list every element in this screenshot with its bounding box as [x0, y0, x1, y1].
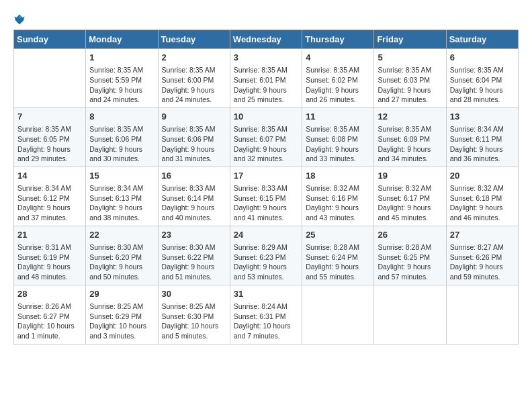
- calendar-cell: 5 Sunrise: 8:35 AM Sunset: 6:03 PM Dayli…: [374, 49, 446, 108]
- day-number: 6: [450, 52, 515, 64]
- daylight-text: Daylight: 9 hours and 57 minutes.: [378, 262, 442, 281]
- sunset-text: Sunset: 6:25 PM: [378, 253, 442, 263]
- day-number: 13: [450, 111, 515, 123]
- cell-content: Sunrise: 8:35 AM Sunset: 6:04 PM Dayligh…: [450, 65, 515, 105]
- day-number: 18: [306, 170, 370, 182]
- sunrise-text: Sunrise: 8:27 AM: [450, 242, 515, 253]
- cell-content: Sunrise: 8:35 AM Sunset: 6:02 PM Dayligh…: [306, 65, 370, 105]
- daylight-text: Daylight: 9 hours and 40 minutes.: [162, 203, 226, 222]
- daylight-text: Daylight: 9 hours and 34 minutes.: [378, 144, 442, 164]
- calendar-cell: 14 Sunrise: 8:34 AM Sunset: 6:12 PM Dayl…: [14, 167, 86, 226]
- sunrise-text: Sunrise: 8:25 AM: [162, 302, 226, 312]
- sunrise-text: Sunrise: 8:32 AM: [306, 183, 370, 193]
- calendar-cell: 18 Sunrise: 8:32 AM Sunset: 6:16 PM Dayl…: [302, 167, 374, 226]
- daylight-text: Daylight: 10 hours and 1 minute.: [17, 321, 82, 340]
- calendar-cell: 13 Sunrise: 8:34 AM Sunset: 6:11 PM Dayl…: [446, 107, 518, 167]
- cell-content: Sunrise: 8:24 AM Sunset: 6:31 PM Dayligh…: [234, 302, 298, 341]
- cell-content: Sunrise: 8:33 AM Sunset: 6:14 PM Dayligh…: [162, 183, 226, 223]
- sunset-text: Sunset: 6:12 PM: [17, 193, 82, 203]
- day-number: 17: [234, 170, 298, 182]
- daylight-text: Daylight: 10 hours and 3 minutes.: [89, 321, 154, 340]
- daylight-text: Daylight: 9 hours and 53 minutes.: [234, 262, 298, 281]
- sunrise-text: Sunrise: 8:29 AM: [234, 242, 298, 253]
- sunset-text: Sunset: 6:16 PM: [306, 193, 370, 203]
- daylight-text: Daylight: 9 hours and 38 minutes.: [89, 203, 154, 222]
- sunset-text: Sunset: 6:07 PM: [234, 134, 298, 144]
- weekday-header-wednesday: Wednesday: [230, 30, 302, 49]
- sunset-text: Sunset: 6:01 PM: [234, 75, 298, 85]
- cell-content: Sunrise: 8:34 AM Sunset: 6:13 PM Dayligh…: [89, 183, 154, 223]
- sunrise-text: Sunrise: 8:35 AM: [306, 65, 370, 75]
- weekday-header-tuesday: Tuesday: [158, 30, 230, 49]
- sunrise-text: Sunrise: 8:30 AM: [162, 242, 226, 253]
- daylight-text: Daylight: 9 hours and 30 minutes.: [89, 144, 154, 164]
- daylight-text: Daylight: 9 hours and 55 minutes.: [306, 262, 370, 281]
- sunrise-text: Sunrise: 8:24 AM: [234, 302, 298, 312]
- sunset-text: Sunset: 6:04 PM: [450, 75, 515, 85]
- cell-content: Sunrise: 8:29 AM Sunset: 6:23 PM Dayligh…: [234, 242, 298, 282]
- calendar-cell: 8 Sunrise: 8:35 AM Sunset: 6:06 PM Dayli…: [86, 107, 158, 167]
- sunrise-text: Sunrise: 8:28 AM: [378, 242, 442, 253]
- daylight-text: Daylight: 9 hours and 41 minutes.: [234, 203, 298, 222]
- calendar-cell: 28 Sunrise: 8:26 AM Sunset: 6:27 PM Dayl…: [14, 285, 86, 344]
- daylight-text: Daylight: 9 hours and 37 minutes.: [17, 203, 82, 222]
- daylight-text: Daylight: 9 hours and 33 minutes.: [306, 144, 370, 164]
- sunset-text: Sunset: 6:24 PM: [306, 253, 370, 263]
- sunrise-text: Sunrise: 8:35 AM: [306, 124, 370, 134]
- calendar-cell: 6 Sunrise: 8:35 AM Sunset: 6:04 PM Dayli…: [446, 49, 518, 108]
- logo-icon: [13, 13, 26, 26]
- day-number: 5: [378, 52, 442, 64]
- daylight-text: Daylight: 9 hours and 45 minutes.: [378, 203, 442, 222]
- daylight-text: Daylight: 9 hours and 51 minutes.: [162, 262, 226, 281]
- cell-content: Sunrise: 8:35 AM Sunset: 6:07 PM Dayligh…: [234, 124, 298, 164]
- sunrise-text: Sunrise: 8:35 AM: [89, 124, 154, 134]
- sunrise-text: Sunrise: 8:32 AM: [378, 183, 442, 193]
- sunset-text: Sunset: 6:17 PM: [378, 193, 442, 203]
- day-number: 25: [306, 229, 370, 241]
- cell-content: Sunrise: 8:30 AM Sunset: 6:22 PM Dayligh…: [162, 242, 226, 282]
- calendar-cell: 25 Sunrise: 8:28 AM Sunset: 6:24 PM Dayl…: [302, 226, 374, 285]
- calendar-cell: 3 Sunrise: 8:35 AM Sunset: 6:01 PM Dayli…: [230, 49, 302, 108]
- daylight-text: Daylight: 9 hours and 36 minutes.: [450, 144, 515, 164]
- calendar-cell: 10 Sunrise: 8:35 AM Sunset: 6:07 PM Dayl…: [230, 107, 302, 167]
- week-row-5: 28 Sunrise: 8:26 AM Sunset: 6:27 PM Dayl…: [14, 285, 519, 344]
- sunrise-text: Sunrise: 8:25 AM: [89, 302, 154, 312]
- calendar-cell: 4 Sunrise: 8:35 AM Sunset: 6:02 PM Dayli…: [302, 49, 374, 108]
- day-number: 14: [17, 170, 82, 182]
- cell-content: Sunrise: 8:32 AM Sunset: 6:17 PM Dayligh…: [378, 183, 442, 223]
- sunrise-text: Sunrise: 8:34 AM: [17, 183, 82, 193]
- day-number: 23: [162, 229, 226, 241]
- sunset-text: Sunset: 6:05 PM: [17, 134, 82, 144]
- day-number: 16: [162, 170, 226, 182]
- sunrise-text: Sunrise: 8:31 AM: [17, 242, 82, 253]
- sunset-text: Sunset: 6:31 PM: [234, 312, 298, 322]
- calendar-cell: 30 Sunrise: 8:25 AM Sunset: 6:30 PM Dayl…: [158, 285, 230, 344]
- sunset-text: Sunset: 6:00 PM: [162, 75, 226, 85]
- sunset-text: Sunset: 6:23 PM: [234, 253, 298, 263]
- daylight-text: Daylight: 9 hours and 43 minutes.: [306, 203, 370, 222]
- day-number: 3: [234, 52, 298, 64]
- sunrise-text: Sunrise: 8:35 AM: [234, 124, 298, 134]
- calendar-cell: 20 Sunrise: 8:32 AM Sunset: 6:18 PM Dayl…: [446, 167, 518, 226]
- calendar-cell: [446, 285, 518, 344]
- sunset-text: Sunset: 6:30 PM: [162, 312, 226, 322]
- calendar-cell: 21 Sunrise: 8:31 AM Sunset: 6:19 PM Dayl…: [14, 226, 86, 285]
- daylight-text: Daylight: 10 hours and 7 minutes.: [234, 321, 298, 340]
- cell-content: Sunrise: 8:35 AM Sunset: 6:08 PM Dayligh…: [306, 124, 370, 164]
- sunset-text: Sunset: 6:27 PM: [17, 312, 82, 322]
- sunrise-text: Sunrise: 8:34 AM: [89, 183, 154, 193]
- day-number: 12: [378, 111, 442, 123]
- calendar-cell: 12 Sunrise: 8:35 AM Sunset: 6:09 PM Dayl…: [374, 107, 446, 167]
- weekday-header-saturday: Saturday: [446, 30, 518, 49]
- daylight-text: Daylight: 9 hours and 46 minutes.: [450, 203, 515, 222]
- day-number: 30: [162, 288, 226, 300]
- daylight-text: Daylight: 9 hours and 59 minutes.: [450, 262, 515, 281]
- daylight-text: Daylight: 9 hours and 50 minutes.: [89, 262, 154, 281]
- sunset-text: Sunset: 6:08 PM: [306, 134, 370, 144]
- calendar-cell: 16 Sunrise: 8:33 AM Sunset: 6:14 PM Dayl…: [158, 167, 230, 226]
- cell-content: Sunrise: 8:25 AM Sunset: 6:29 PM Dayligh…: [89, 302, 154, 341]
- cell-content: Sunrise: 8:25 AM Sunset: 6:30 PM Dayligh…: [162, 302, 226, 341]
- sunrise-text: Sunrise: 8:35 AM: [378, 124, 442, 134]
- calendar-cell: [302, 285, 374, 344]
- sunset-text: Sunset: 6:03 PM: [378, 75, 442, 85]
